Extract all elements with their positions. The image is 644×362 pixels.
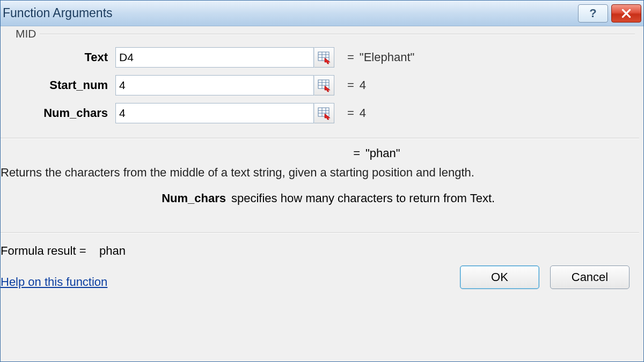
- current-arg-name: Num_chars: [1, 191, 231, 205]
- button-row: OK Cancel: [460, 265, 630, 289]
- footer-left: Formula result = phan Help on this funct…: [1, 244, 126, 289]
- arg-input-numchars[interactable]: [115, 103, 314, 123]
- divider: [1, 232, 639, 233]
- function-group: MID Text = "Elephant": [1, 34, 635, 134]
- range-select-icon: [317, 78, 331, 92]
- dialog-body: MID Text = "Elephant": [1, 26, 643, 361]
- formula-result-label: Formula result =: [1, 244, 86, 257]
- arg-input-text[interactable]: [115, 47, 314, 68]
- formula-result-value: phan: [99, 244, 126, 257]
- arg-preview-startnum: 4: [360, 78, 366, 92]
- function-arguments-dialog: Function Arguments ? MID Text: [0, 0, 644, 362]
- arg-row-text: Text = "Elephant": [1, 43, 635, 71]
- dialog-footer: Formula result = phan Help on this funct…: [1, 238, 639, 297]
- arg-label-startnum: Start_num: [1, 78, 115, 92]
- ref-select-button[interactable]: [314, 103, 334, 123]
- close-icon: [620, 8, 632, 19]
- divider: [1, 138, 639, 139]
- equals-sign: =: [347, 78, 354, 92]
- ref-select-button[interactable]: [314, 47, 334, 68]
- svg-rect-10: [318, 108, 329, 116]
- arg-preview-numchars: 4: [360, 106, 366, 120]
- ok-button[interactable]: OK: [460, 265, 539, 289]
- current-arg-description: Num_chars specifies how many characters …: [1, 182, 639, 211]
- group-divider: [37, 34, 635, 35]
- arg-row-startnum: Start_num = 4: [1, 71, 635, 99]
- help-on-function-link[interactable]: Help on this function: [1, 275, 126, 289]
- cancel-button[interactable]: Cancel: [550, 265, 630, 289]
- equals-sign: =: [347, 106, 354, 120]
- svg-rect-0: [318, 52, 329, 61]
- arg-label-numchars: Num_chars: [1, 106, 115, 120]
- function-description: Returns the characters from the middle o…: [1, 164, 639, 182]
- window-title: Function Arguments: [3, 6, 575, 20]
- equals-sign: =: [1, 146, 365, 160]
- arg-input-startnum[interactable]: [115, 75, 314, 95]
- range-select-icon: [317, 106, 331, 120]
- svg-rect-5: [318, 80, 329, 88]
- help-icon: ?: [589, 6, 596, 20]
- function-name-label: MID: [12, 27, 40, 40]
- help-button[interactable]: ?: [578, 4, 608, 23]
- arg-row-numchars: Num_chars = 4: [1, 99, 635, 127]
- current-arg-text: specifies how many characters to return …: [231, 191, 635, 205]
- equals-sign: =: [347, 50, 354, 64]
- eval-row: = "phan": [1, 143, 639, 164]
- range-select-icon: [317, 50, 331, 64]
- arg-label-text: Text: [1, 50, 115, 64]
- titlebar: Function Arguments ?: [1, 1, 643, 26]
- arg-preview-text: "Elephant": [360, 50, 414, 64]
- formula-result: Formula result = phan: [1, 244, 126, 262]
- eval-preview: "phan": [365, 146, 400, 160]
- close-button[interactable]: [611, 4, 641, 23]
- ref-select-button[interactable]: [314, 75, 334, 95]
